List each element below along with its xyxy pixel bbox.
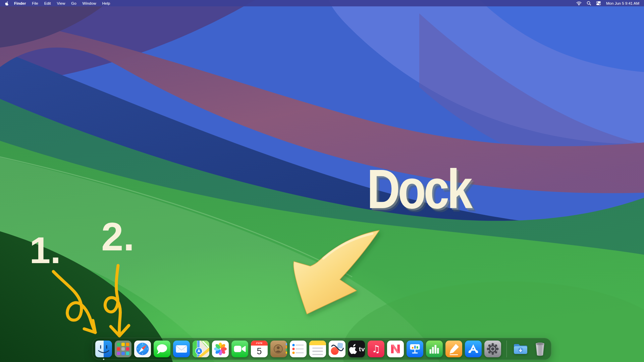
menu-bar: Finder File Edit View Go Window Help (0, 0, 644, 6)
dock-item-notes[interactable] (309, 341, 326, 357)
music-note-icon: ♫ (372, 344, 380, 354)
dock-item-app-store[interactable] (465, 341, 482, 357)
step-2-label: 2. (101, 214, 134, 259)
tv-label: tv (359, 346, 365, 352)
dock-item-freeform[interactable] (329, 341, 345, 357)
wifi-icon[interactable] (576, 1, 582, 5)
dock-item-facetime[interactable] (231, 341, 248, 357)
control-center-icon[interactable] (596, 1, 601, 6)
running-indicator (103, 359, 104, 360)
dock-item-safari[interactable] (134, 341, 151, 357)
dock-item-trash[interactable] (532, 341, 548, 357)
dock-item-launchpad[interactable] (115, 341, 131, 357)
menu-item-window[interactable]: Window (79, 1, 99, 5)
menu-item-view[interactable]: View (54, 1, 68, 5)
dock-item-photos[interactable] (212, 341, 229, 357)
dock-label: Dock (367, 158, 470, 221)
dock-item-contacts[interactable] (270, 341, 287, 357)
dock-separator (506, 341, 507, 357)
desktop-wallpaper (0, 0, 644, 362)
notes-yellow-band (309, 341, 326, 345)
dock-item-reminders[interactable] (290, 341, 307, 357)
dock-item-system-settings[interactable] (484, 341, 501, 357)
dock-item-maps[interactable] (193, 341, 209, 357)
dock-item-music[interactable]: ♫ (368, 341, 384, 357)
dock-item-finder[interactable] (95, 341, 112, 357)
dock-item-news[interactable] (387, 341, 404, 357)
dock-item-calendar[interactable]: JUN 5 (251, 341, 268, 357)
dock-item-mail[interactable] (173, 341, 190, 357)
apple-menu-icon[interactable] (5, 1, 9, 6)
dock-item-downloads[interactable] (512, 341, 529, 357)
dock: JUN 5 (92, 338, 551, 360)
dock-item-numbers[interactable] (426, 341, 443, 357)
menubar-clock[interactable]: Mon Jun 5 9:41 AM (606, 1, 639, 5)
apple-logo-small (348, 341, 358, 357)
menu-item-go[interactable]: Go (68, 1, 79, 5)
dock-item-pages[interactable] (445, 341, 462, 357)
step-1-label: 1. (30, 229, 61, 272)
dock-item-keynote[interactable] (407, 341, 423, 357)
search-icon[interactable] (587, 1, 591, 5)
dock-item-messages[interactable] (154, 341, 170, 357)
menu-item-finder[interactable]: Finder (11, 1, 29, 5)
calendar-day: 5 (251, 346, 268, 357)
calendar-month: JUN (251, 341, 268, 346)
menu-item-help[interactable]: Help (99, 1, 113, 5)
dock-item-tv[interactable]: tv (348, 341, 365, 357)
menu-item-edit[interactable]: Edit (41, 1, 54, 5)
menu-item-file[interactable]: File (29, 1, 41, 5)
